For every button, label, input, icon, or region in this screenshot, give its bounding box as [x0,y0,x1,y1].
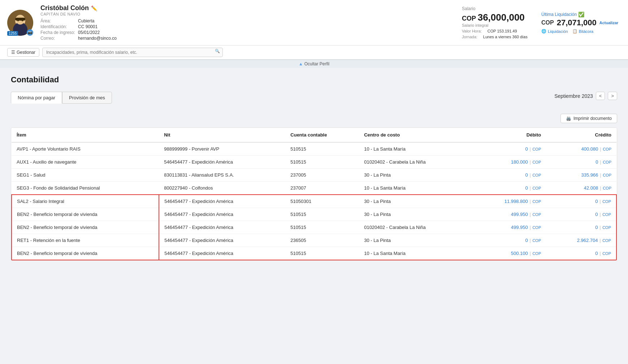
cell-item: AUX1 - Auxilio de navegante [12,156,159,169]
employee-name: Cristóbal Colón [40,4,89,12]
menu-icon: ☰ [11,50,15,55]
debito-value: 180.000 [511,159,528,165]
jornada-details: Jornada: Lunes a viernes 360 días [462,35,534,39]
valor-hora-label: Valor Hora: [462,29,482,33]
print-row: 🖨️ Imprimir documento [11,114,617,123]
liquidacion-section: Última Liquidación ✅ COP 27,071,000 Actu… [541,12,621,34]
cell-item: AVP1 - Aporte Voluntario RAIS [12,142,159,156]
table-header-row: Ítem Nit Cuenta contable Centro de costo… [12,128,616,142]
debito-cop[interactable]: COP [532,251,541,256]
separator: | [529,146,532,152]
credito-cop[interactable]: COP [602,199,611,204]
debito-value: 500.100 [511,251,528,256]
debito-cop[interactable]: COP [532,225,541,230]
separator: | [600,159,602,165]
credito-cop[interactable]: COP [602,225,611,230]
search-input[interactable] [42,48,223,57]
col-cuenta: Cuenta contable [285,128,359,142]
area-label: Área: [40,18,75,23]
credito-cop[interactable]: COP [602,212,611,217]
table-row: BEN2 - Beneficio temporal de vivienda 54… [12,208,616,221]
correo-value: hernando@sinco.co [78,36,455,41]
cell-centro: 30 - La Pinta [359,208,472,221]
tabs-row: Nómina por pagar Provisión de mes [11,92,112,104]
table-row: AUX1 - Auxilio de navegante 546454477 - … [12,156,616,169]
id-value: CC 90001 [78,24,455,29]
debito-cop[interactable]: COP [532,160,541,164]
cell-credito: 0 | COP [546,156,616,169]
employee-id-badge: 1255 [7,31,18,36]
search-wrap [42,48,223,57]
gestionar-button[interactable]: ☰ Gestionar [7,48,39,57]
table-row: SEG1 - Salud 830113831 - Aliansalud EPS … [12,169,616,182]
bitacora-icon: 📋 [572,29,577,34]
debito-cop[interactable]: COP [532,212,541,217]
tab-provision[interactable]: Provisión de mes [62,92,112,104]
id-label: Identificación: [40,24,75,29]
cell-centro: 10 - La Santa María [359,142,472,156]
credito-cop[interactable]: COP [603,147,611,151]
liquidacion-btn-label: Liquidación [548,29,568,34]
cell-item: BEN2 - Beneficio temporal de vivienda [12,247,159,260]
cell-debito: 0 | COP [472,234,546,247]
debito-value: 0 [525,238,528,243]
debito-cop[interactable]: COP [532,238,541,243]
separator: | [529,212,532,217]
cell-nit: 988999999 - Porvenir AVP [159,142,285,156]
cell-cuenta: 510515 [285,142,359,156]
salary-currency: COP [462,15,478,22]
print-button[interactable]: 🖨️ Imprimir documento [560,114,617,123]
employee-header: 1255 📷 Cristóbal Colón ✏️ CAPITÁN DE NAV… [0,0,628,46]
credito-cop[interactable]: COP [602,238,611,243]
debito-cop[interactable]: COP [532,173,541,177]
credito-cop[interactable]: COP [602,251,611,256]
cell-cuenta: 237005 [285,169,359,182]
salary-type: Salario integral [462,23,534,27]
table-row: BEN2 - Beneficio temporal de vivienda 54… [12,247,616,260]
liquidacion-btn[interactable]: 🌐 Liquidación [541,29,568,34]
debito-cop[interactable]: COP [532,147,541,151]
cell-debito: 500.100 | COP [472,247,546,260]
cell-credito: 0 | COP [546,195,616,208]
bitacora-btn[interactable]: 📋 Bitácora [572,29,593,34]
next-month-button[interactable]: > [608,92,617,100]
fecha-value: 05/01/2022 [78,30,455,35]
edit-icon[interactable]: ✏️ [91,5,97,11]
cell-debito: 499.950 | COP [472,221,546,234]
cell-cuenta: 51050301 [285,195,359,208]
employee-info: Cristóbal Colón ✏️ CAPITÁN DE NAVÍO Área… [40,4,455,41]
credito-value: 335.966 [581,172,598,178]
cell-item: BEN2 - Beneficio temporal de vivienda [12,208,159,221]
cell-centro: 01020402 - Carabela La Niña [359,221,472,234]
employee-role: CAPITÁN DE NAVÍO [40,12,455,16]
liq-label: Última Liquidación ✅ [541,12,621,17]
correo-label: Correo: [40,36,75,41]
separator: | [600,185,602,191]
cell-centro: 10 - La Santa María [359,182,472,195]
credito-cop[interactable]: COP [603,173,611,177]
debito-cop[interactable]: COP [532,199,541,204]
credito-cop[interactable]: COP [603,160,611,164]
debito-cop[interactable]: COP [532,186,541,190]
svg-point-5 [17,20,19,21]
cell-credito: 0 | COP [546,221,616,234]
table-row: BEN2 - Beneficio temporal de vivienda 54… [12,221,616,234]
employee-details: Área: Cubierta Identificación: CC 90001 … [40,18,455,41]
tab-nomina[interactable]: Nómina por pagar [11,92,62,104]
ocultar-bar[interactable]: ▲ Ocultar Perfil [0,60,628,68]
cell-credito: 0 | COP [546,247,616,260]
credito-value: 400.080 [581,146,598,152]
table-row: SAL2 - Salario Integral 546454477 - Expe… [12,195,616,208]
salary-value: 36,000,000 [478,12,525,23]
credito-value: 42.008 [584,185,598,191]
separator: | [600,146,602,152]
camera-icon[interactable]: 📷 [27,29,33,36]
bitacora-btn-label: Bitácora [579,29,593,34]
check-icon: ✅ [578,12,584,17]
credito-cop[interactable]: COP [603,186,611,190]
separator: | [599,238,602,243]
prev-month-button[interactable]: < [596,92,605,100]
actualizar-link[interactable]: Actualizar [599,21,619,25]
cell-debito: 180.000 | COP [472,156,546,169]
cell-nit: 546454477 - Expedición América [159,221,285,234]
